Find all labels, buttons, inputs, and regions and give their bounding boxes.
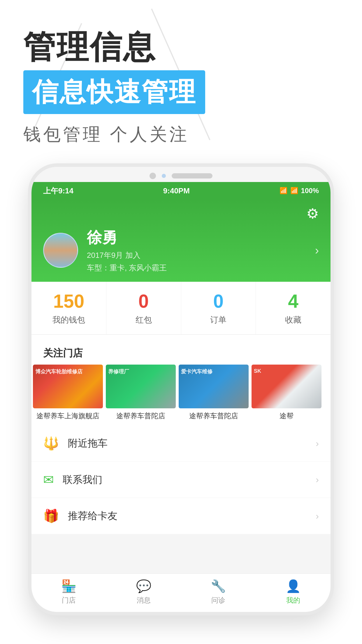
stat-wallet-label: 我的钱包	[52, 314, 85, 326]
store-item-4[interactable]: SK 途帮	[250, 365, 323, 421]
store-name-1: 途帮养车上海旗舰店	[35, 411, 101, 421]
settings-row: ⚙	[43, 205, 319, 222]
header-section: 管理信息 信息快速管理 钱包管理 个人关注	[23, 29, 205, 146]
profile-row[interactable]: 徐勇 2017年9月 加入 车型：重卡, 东风小霸王 ›	[43, 228, 319, 273]
menu-contact-arrow: ›	[316, 474, 319, 485]
store-image-1: 博众汽车轮胎维修店	[33, 365, 103, 408]
menu-tow-truck-arrow: ›	[316, 438, 319, 449]
profile-name: 徐勇	[87, 228, 306, 248]
store-item-2[interactable]: 养修理厂 途帮养车普陀店	[104, 365, 177, 421]
nav-consult[interactable]: 🔧 问诊	[211, 579, 226, 605]
nav-stores[interactable]: 🏪 门店	[61, 579, 76, 605]
stat-wallet[interactable]: 150 我的钱包	[31, 282, 106, 334]
stat-orders-label: 订单	[210, 314, 226, 326]
nav-stores-icon: 🏪	[61, 579, 76, 593]
menu-contact-label: 联系我们	[63, 473, 316, 487]
sub-title: 钱包管理 个人关注	[23, 123, 205, 146]
store-overlay-4: SK	[253, 367, 262, 375]
phone-camera	[162, 174, 166, 178]
profile-info: 徐勇 2017年9月 加入 车型：重卡, 东风小霸王	[87, 228, 306, 273]
store-name-4: 途帮	[278, 411, 295, 421]
tow-truck-icon: 🔱	[43, 436, 59, 451]
nav-messages-label: 消息	[137, 596, 151, 605]
status-time-left: 上午9:14	[43, 186, 73, 196]
store-image-2: 养修理厂	[106, 365, 176, 408]
store-overlay-1: 博众汽车轮胎维修店	[34, 367, 84, 376]
stat-favorites-label: 收藏	[285, 314, 301, 326]
bottom-nav: 🏪 门店 💬 消息 🔧 问诊 👤 我的	[31, 573, 331, 612]
followed-stores-title: 关注门店	[31, 340, 331, 365]
stat-favorites-value: 4	[288, 290, 298, 312]
stores-scroll: 博众汽车轮胎维修店 途帮养车上海旗舰店 养修理厂 途帮养车普陀店 爱卡汽车维修 …	[31, 365, 331, 421]
menu-recommend-label: 推荐给卡友	[68, 509, 316, 523]
stat-favorites[interactable]: 4 收藏	[256, 282, 331, 334]
status-bar: 上午9:14 9:40PM 📶 📶 100%	[31, 182, 331, 200]
avatar-image	[44, 234, 77, 267]
profile-car: 车型：重卡, 东风小霸王	[87, 263, 306, 273]
main-title: 管理信息	[23, 29, 205, 64]
store-overlay-3: 爱卡汽车维修	[180, 367, 214, 376]
nav-mine-label: 我的	[286, 596, 300, 605]
nav-stores-label: 门店	[62, 596, 76, 605]
stat-hongbao-label: 红包	[136, 314, 152, 326]
profile-header: ⚙ 徐勇 2017年9月 加入 车型：重卡, 东风小霸王 ›	[31, 200, 331, 282]
store-item-1[interactable]: 博众汽车轮胎维修店 途帮养车上海旗舰店	[31, 365, 104, 421]
stats-row: 150 我的钱包 0 红包 0 订单 4 收藏	[31, 282, 331, 335]
store-name-2: 途帮养车普陀店	[115, 411, 167, 421]
status-time-center: 9:40PM	[163, 186, 190, 195]
nav-messages[interactable]: 💬 消息	[136, 579, 151, 605]
phone-mockup: 上午9:14 9:40PM 📶 📶 100% ⚙ 徐勇 2017年9月 加入 车…	[28, 163, 334, 615]
wifi-icon: 📶	[280, 187, 287, 195]
battery-percentage: 100%	[301, 187, 319, 195]
nav-messages-icon: 💬	[136, 579, 151, 593]
settings-icon[interactable]: ⚙	[306, 205, 319, 222]
store-overlay-2: 养修理厂	[107, 367, 130, 376]
profile-joined: 2017年9月 加入	[87, 250, 306, 260]
avatar	[43, 233, 78, 268]
phone-top-area	[31, 167, 331, 182]
highlight-text: 信息快速管理	[32, 77, 196, 106]
menu-tow-truck-label: 附近拖车	[68, 437, 316, 450]
nav-consult-icon: 🔧	[211, 579, 226, 593]
stat-hongbao-value: 0	[138, 290, 149, 312]
contact-icon: ✉	[43, 472, 54, 487]
menu-block: 🔱 附近拖车 › ✉ 联系我们 › 🎁 推荐给卡友 ›	[31, 425, 331, 534]
recommend-icon: 🎁	[43, 508, 59, 524]
status-right: 📶 📶 100%	[280, 187, 319, 195]
signal-icon: 📶	[290, 187, 298, 195]
phone-dot-1	[150, 173, 156, 179]
stat-wallet-value: 150	[53, 290, 84, 312]
store-item-3[interactable]: 爱卡汽车维修 途帮养车普陀店	[177, 365, 250, 421]
profile-arrow-icon: ›	[315, 244, 319, 257]
store-image-4: SK	[252, 365, 321, 408]
nav-mine-icon: 👤	[286, 579, 301, 593]
phone-screen: 上午9:14 9:40PM 📶 📶 100% ⚙ 徐勇 2017年9月 加入 车…	[31, 182, 331, 534]
store-name-3: 途帮养车普陀店	[188, 411, 240, 421]
stat-hongbao[interactable]: 0 红包	[106, 282, 181, 334]
nav-mine[interactable]: 👤 我的	[286, 579, 301, 605]
nav-consult-label: 问诊	[211, 596, 225, 605]
menu-recommend[interactable]: 🎁 推荐给卡友 ›	[31, 498, 331, 534]
menu-tow-truck[interactable]: 🔱 附近拖车 ›	[31, 425, 331, 462]
store-image-3: 爱卡汽车维修	[179, 365, 249, 408]
stat-orders[interactable]: 0 订单	[181, 282, 256, 334]
menu-recommend-arrow: ›	[316, 511, 319, 522]
followed-stores-section: 关注门店 博众汽车轮胎维修店 途帮养车上海旗舰店 养修理厂 途帮养车普陀店	[31, 340, 331, 421]
highlight-box: 信息快速管理	[23, 70, 205, 114]
menu-contact[interactable]: ✉ 联系我们 ›	[31, 462, 331, 498]
phone-speaker	[172, 173, 212, 178]
stat-orders-value: 0	[213, 290, 224, 312]
